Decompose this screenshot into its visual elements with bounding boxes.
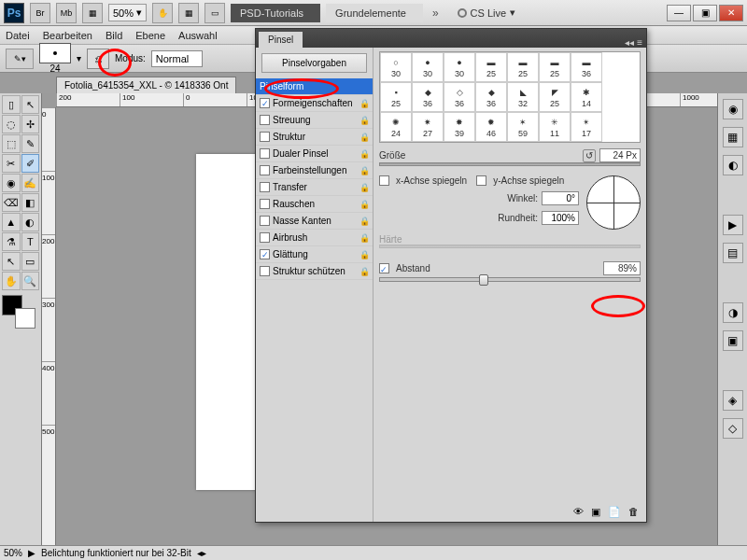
brush-swatch[interactable]: ◆36	[412, 82, 444, 112]
attr-struktur-schuetzen[interactable]: Struktur schützen🔒	[256, 263, 373, 280]
reset-size-icon[interactable]: ↺	[583, 149, 596, 162]
toggle-preview-icon[interactable]: 👁	[573, 506, 584, 518]
attr-check[interactable]	[260, 216, 270, 226]
brush-swatch[interactable]: ○30	[380, 52, 412, 82]
color-panel-icon[interactable]: ◉	[723, 99, 743, 119]
actions-panel-icon[interactable]: ▣	[723, 330, 743, 351]
status-play-icon[interactable]: ▶	[28, 548, 35, 558]
lock-icon[interactable]: 🔒	[359, 166, 369, 175]
brush-swatch[interactable]: ▬36	[571, 52, 602, 82]
brush-swatch[interactable]: ▬25	[507, 52, 539, 82]
angle-compass[interactable]	[586, 175, 641, 230]
lock-icon[interactable]: 🔒	[359, 250, 369, 259]
attr-rauschen[interactable]: Rauschen🔒	[256, 196, 373, 213]
lock-icon[interactable]: 🔒	[359, 217, 369, 226]
document-tab[interactable]: Fotolia_6415354_XXL - © 1418336 Ont	[56, 77, 236, 93]
abstand-check[interactable]	[379, 263, 389, 273]
attr-nasse-kanten[interactable]: Nasse Kanten🔒	[256, 213, 373, 230]
brush-swatch[interactable]: ◆36	[475, 82, 507, 112]
brush-swatch[interactable]: ●30	[412, 52, 444, 82]
window-close[interactable]: ✕	[719, 5, 743, 21]
size-slider[interactable]	[379, 162, 641, 166]
brush-swatch[interactable]: ✱14	[571, 82, 602, 112]
bridge-icon[interactable]: Br	[30, 3, 50, 23]
brush-swatch[interactable]: ✷27	[412, 112, 444, 142]
tool-eyedropper[interactable]: ✎	[21, 134, 40, 153]
attr-dualer-pinsel[interactable]: Dualer Pinsel🔒	[256, 146, 373, 162]
menu-ebene[interactable]: Ebene	[135, 30, 165, 41]
attr-glaettung[interactable]: Glättung🔒	[256, 246, 373, 263]
panel-menu-icon[interactable]: ◂◂ ≡	[621, 37, 646, 48]
lock-icon[interactable]: 🔒	[359, 183, 369, 192]
rundheit-input[interactable]	[542, 211, 579, 225]
tool-wand[interactable]: ✢	[21, 115, 40, 133]
zoom-combo[interactable]: 50% ▾	[108, 4, 147, 21]
workspace-more-icon[interactable]: »	[429, 7, 443, 20]
attr-transfer[interactable]: Transfer🔒	[256, 179, 373, 196]
layers-panel-icon[interactable]: ▤	[723, 243, 743, 263]
brush-swatch[interactable]: ●30	[444, 52, 475, 82]
attr-farbeinstellungen[interactable]: Farbeinstellungen🔒	[256, 162, 373, 179]
character-panel-icon[interactable]: ◇	[723, 418, 743, 439]
brush-swatch[interactable]: ✸39	[444, 112, 475, 142]
viewmode-icon[interactable]: ▦	[82, 3, 103, 23]
attr-airbrush[interactable]: Airbrush🔒	[256, 230, 373, 246]
brush-preview[interactable]	[39, 43, 71, 63]
attr-check[interactable]	[260, 98, 270, 108]
history-panel-icon[interactable]: ◑	[723, 302, 743, 323]
flip-x-check[interactable]	[379, 175, 389, 186]
lock-icon[interactable]: 🔒	[359, 116, 369, 125]
new-brush-icon[interactable]: ▣	[591, 506, 600, 518]
tool-pen[interactable]: ⚗	[2, 232, 21, 251]
brush-swatch[interactable]: ◣32	[507, 82, 539, 112]
window-maximize[interactable]: ▣	[693, 5, 717, 21]
tool-hand[interactable]: ✋	[2, 272, 21, 290]
brush-swatch[interactable]: ▬25	[539, 52, 571, 82]
tool-zoom[interactable]: 🔍	[21, 272, 40, 290]
tool-stamp[interactable]: ◉	[2, 174, 21, 192]
menu-bild[interactable]: Bild	[106, 30, 122, 41]
lock-icon[interactable]: 🔒	[359, 133, 369, 142]
tool-heal[interactable]: ✂	[2, 154, 21, 173]
size-input[interactable]: 24 Px	[599, 148, 641, 162]
tool-select[interactable]: ↖	[21, 95, 40, 114]
background-color[interactable]	[15, 308, 35, 329]
swatches-panel-icon[interactable]: ▦	[723, 127, 743, 147]
cs-live[interactable]: CS Live ▾	[458, 7, 516, 19]
brush-swatch[interactable]: ▪25	[380, 82, 412, 112]
menu-datei[interactable]: Datei	[6, 30, 30, 41]
lock-icon[interactable]: 🔒	[359, 200, 369, 209]
attr-formeigenschaften[interactable]: Formeigenschaften🔒	[256, 95, 373, 112]
tool-preset-icon[interactable]: ✎▾	[6, 49, 34, 69]
workspace-tab-dark[interactable]: PSD-Tutorials	[231, 4, 320, 22]
panel-tab-pinsel[interactable]: Pinsel	[259, 32, 303, 48]
attr-struktur[interactable]: Struktur🔒	[256, 129, 373, 146]
attr-check[interactable]	[260, 115, 270, 125]
adjustments-panel-icon[interactable]: ◐	[723, 155, 743, 175]
brush-presets-button[interactable]: Pinselvorgaben	[261, 53, 367, 73]
abstand-input[interactable]: 89%	[603, 261, 641, 275]
hand-icon[interactable]: ✋	[152, 3, 173, 23]
brush-picker-dropdown[interactable]: ▾	[77, 53, 81, 63]
tool-dodge[interactable]: ◐	[21, 213, 40, 231]
attr-check[interactable]	[260, 266, 270, 276]
blend-mode-combo[interactable]: Normal	[151, 50, 203, 67]
abstand-slider[interactable]	[379, 277, 641, 282]
tool-eraser[interactable]: ⌫	[2, 193, 21, 212]
window-minimize[interactable]: —	[667, 5, 691, 21]
brush-swatch[interactable]: ✶59	[507, 112, 539, 142]
brush-swatch[interactable]: ◤25	[539, 82, 571, 112]
lock-icon[interactable]: 🔒	[359, 149, 369, 159]
tool-brush[interactable]: ✐	[21, 154, 40, 173]
attr-check[interactable]	[260, 182, 270, 192]
tool-crop[interactable]: ⬚	[2, 134, 21, 153]
paragraph-panel-icon[interactable]: ◈	[723, 390, 743, 411]
play-panel-icon[interactable]: ▶	[723, 215, 743, 235]
screenmode-icon[interactable]: ▭	[204, 3, 225, 23]
attr-streuung[interactable]: Streuung🔒	[256, 112, 373, 129]
tool-gradient[interactable]: ◧	[21, 193, 40, 212]
brush-panel-toggle[interactable]: ⎌	[87, 49, 109, 69]
tool-history[interactable]: ✍	[21, 174, 40, 192]
winkel-input[interactable]	[542, 191, 579, 205]
brush-swatch[interactable]: ✹46	[475, 112, 507, 142]
